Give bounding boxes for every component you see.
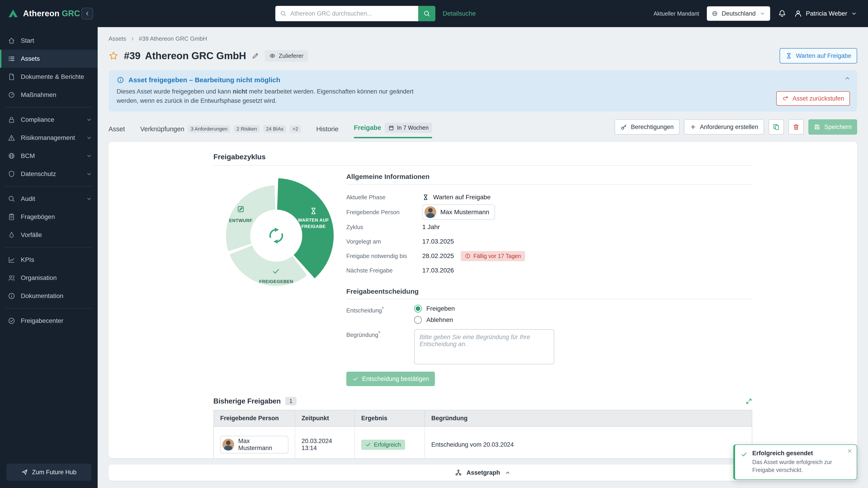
radio-reject-input[interactable] <box>414 316 422 324</box>
person-chip[interactable]: Max Mustermann <box>220 436 288 453</box>
sidebar-collapse-button[interactable] <box>81 8 93 20</box>
cycle-row: ENTWURF WARTEN AUF FREIGABE FREIGEGEBEN … <box>213 173 752 386</box>
toast-title: Erfolgreich gesendet <box>752 450 845 457</box>
edit-title-icon[interactable] <box>252 52 259 60</box>
sidebar-item-freigabecenter[interactable]: Freigabecenter <box>0 312 98 330</box>
draft-segment-label: ENTWURF <box>229 218 252 223</box>
banner-title-text: Asset freigegeben – Bearbeitung nicht mö… <box>128 76 280 84</box>
sidebar-item-label: Maßnahmen <box>21 91 56 98</box>
notifications-button[interactable] <box>778 9 786 18</box>
person-name: Max Mustermann <box>440 208 489 216</box>
info-value: 1 Jahr <box>422 223 440 231</box>
sidebar-item-kpis[interactable]: KPIs <box>0 251 98 269</box>
success-toast: Erfolgreich gesendet Das Asset wurde erf… <box>733 445 857 480</box>
history-expand-button[interactable] <box>745 398 752 404</box>
breadcrumb-parent[interactable]: Assets <box>108 35 126 42</box>
demote-asset-button[interactable]: Asset zurückstufen <box>776 91 850 106</box>
expand-icon <box>745 398 752 404</box>
global-search-input[interactable] <box>290 10 414 17</box>
brand-name: AthereonGRC <box>23 9 80 18</box>
detail-search-link[interactable]: Detailsuche <box>442 10 475 17</box>
incidents-icon <box>8 231 16 239</box>
chevron-left-icon <box>84 10 90 17</box>
sidebar-item-organisation[interactable]: Organisation <box>0 269 98 287</box>
avatar <box>222 439 234 451</box>
sidebar-item-label: Datenschutz <box>21 170 56 177</box>
sidebar-item-dokumente[interactable]: Dokumente & Berichte <box>0 68 98 86</box>
sidebar-item-datenschutz[interactable]: Datenschutz <box>0 165 98 183</box>
sidebar-item-start[interactable]: Start <box>0 32 98 50</box>
column-header-person: Freigebende Person <box>214 410 295 427</box>
sidebar-item-audit[interactable]: Audit <box>0 190 98 208</box>
sidebar-item-assets[interactable]: Assets <box>0 50 98 68</box>
tab-actions: Berechtigungen Anforderung erstellen Spe… <box>615 119 857 138</box>
tab-label: Asset <box>108 125 125 133</box>
demote-arrow-icon <box>782 95 789 102</box>
category-badge: Zulieferer <box>265 50 308 62</box>
future-hub-button[interactable]: Zum Future Hub <box>6 464 91 481</box>
toast-close-button[interactable] <box>847 448 852 454</box>
sidebar-item-label: Fragebögen <box>21 213 55 221</box>
radio-approve-input[interactable] <box>414 305 422 313</box>
due-badge: In 7 Wochen <box>385 123 432 133</box>
history-row[interactable]: Max Mustermann 20.03.2024 13:14 Erfolgre… <box>214 427 752 458</box>
chevron-down-icon <box>86 117 92 123</box>
kpi-chart-icon <box>8 256 16 264</box>
asset-title: Athereon GRC GmbH <box>145 50 246 61</box>
info-value: Max Mustermann <box>422 204 495 220</box>
sidebar-item-compliance[interactable]: Compliance <box>0 111 98 129</box>
permissions-button[interactable]: Berechtigungen <box>615 119 680 135</box>
duplicate-button[interactable] <box>769 119 784 135</box>
tab-asset[interactable]: Asset <box>108 125 125 138</box>
cell-reason: Entscheidung vom 20.03.2024 <box>425 427 752 458</box>
cycle-value-text: 1 Jahr <box>422 223 440 231</box>
tenant-value: Deutschland <box>722 10 756 17</box>
save-button[interactable]: Speichern <box>808 119 857 135</box>
search-submit-button[interactable] <box>418 6 435 21</box>
check-icon <box>365 442 371 448</box>
tenant-select[interactable]: Deutschland <box>707 6 770 21</box>
check-icon <box>741 451 748 458</box>
reason-label-text: Begründung <box>346 331 378 338</box>
create-requirement-button[interactable]: Anforderung erstellen <box>684 119 764 135</box>
sidebar-divider <box>5 247 92 248</box>
confirm-decision-button[interactable]: Entscheidung bestätigen <box>346 372 435 386</box>
banner-body-bold: nicht <box>232 88 247 95</box>
save-label: Speichern <box>824 124 852 131</box>
tab-label: Freigabe <box>354 124 381 131</box>
tab-historie[interactable]: Historie <box>316 125 338 138</box>
sidebar-item-label: Freigabecenter <box>21 317 63 324</box>
delete-button[interactable] <box>788 119 804 135</box>
radio-reject[interactable]: Ablehnen <box>414 316 455 324</box>
sidebar: Start Assets Dokumente & Berichte Maßnah… <box>0 27 98 488</box>
user-menu[interactable]: Patricia Weber <box>794 9 857 18</box>
info-row-due: Freigabe notwendig bis 28.02.2025 Fällig… <box>346 249 752 263</box>
topbar-main: Detailsuche Aktueller Mandant Deutschlan… <box>98 0 868 27</box>
column-header-result: Ergebnis <box>355 410 425 427</box>
radio-approve[interactable]: Freigeben <box>414 305 455 313</box>
tab-freigabe[interactable]: Freigabe In 7 Wochen <box>354 123 432 138</box>
column-header-time: Zeitpunkt <box>295 410 355 427</box>
sidebar-item-label: Organisation <box>21 274 57 282</box>
info-label: Freigebende Person <box>346 209 422 216</box>
result-label: Erfolgreich <box>374 442 401 448</box>
brand-logo-icon <box>7 8 19 20</box>
phase-status-chip[interactable]: Warten auf Freigabe <box>780 48 857 64</box>
sidebar-item-vorfaelle[interactable]: Vorfälle <box>0 226 98 244</box>
tab-verknuepfungen[interactable]: Verknüpfungen 3 Anforderungen 2 Risiken … <box>141 125 301 138</box>
organisation-icon <box>8 274 16 282</box>
banner-collapse-button[interactable] <box>844 75 851 82</box>
favorite-star-icon[interactable] <box>108 51 119 61</box>
sidebar-item-massnahmen[interactable]: Maßnahmen <box>0 86 98 104</box>
reason-textarea[interactable] <box>414 329 554 364</box>
document-icon <box>8 73 16 80</box>
sidebar-item-frageboegen[interactable]: Fragebögen <box>0 208 98 226</box>
sidebar-item-risikomanagement[interactable]: Risikomanagement <box>0 129 98 147</box>
risk-warning-icon <box>8 134 16 142</box>
breadcrumb-current: #39 Athereon GRC GmbH <box>139 35 207 42</box>
sidebar-item-dokumentation[interactable]: Dokumentation <box>0 287 98 305</box>
banner-body: Dieses Asset wurde freigegeben und kann … <box>117 87 433 105</box>
person-chip[interactable]: Max Mustermann <box>422 204 495 220</box>
info-row-phase: Aktuelle Phase Warten auf Freigabe <box>346 190 752 204</box>
sidebar-item-bcm[interactable]: BCM <box>0 147 98 165</box>
